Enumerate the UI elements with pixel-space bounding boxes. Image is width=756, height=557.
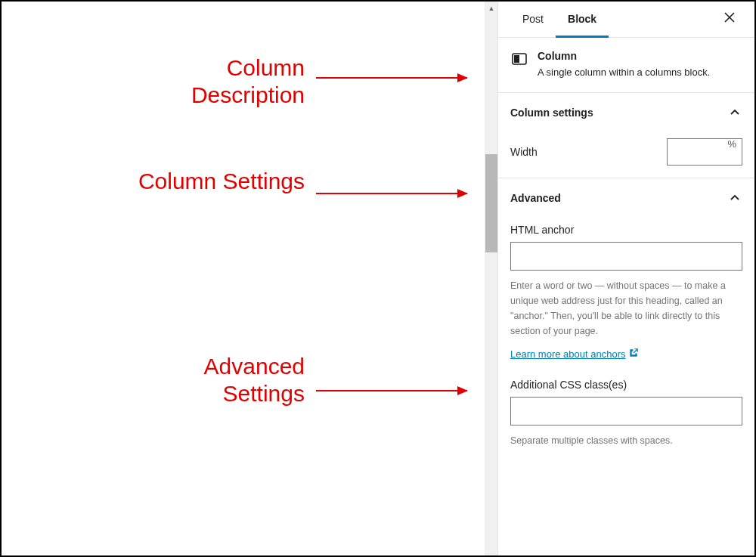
html-anchor-input[interactable]	[510, 242, 742, 271]
scroll-track[interactable]	[485, 14, 497, 555]
advanced-panel: Advanced HTML anchor Enter a word or two…	[498, 178, 754, 460]
block-title: Column	[538, 50, 710, 62]
annotation-column-description: Column Description	[134, 54, 305, 109]
external-link-icon	[628, 348, 639, 361]
column-settings-panel: Column settings Width %	[498, 93, 754, 178]
advanced-toggle[interactable]: Advanced	[498, 178, 754, 218]
width-input[interactable]	[667, 138, 742, 166]
additional-css-help: Separate multiple classes with spaces.	[510, 433, 742, 448]
column-settings-toggle[interactable]: Column settings	[498, 93, 754, 132]
annotation-arrow	[316, 193, 467, 194]
svg-rect-1	[514, 55, 519, 63]
tab-block[interactable]: Block	[556, 2, 609, 38]
chevron-up-icon	[727, 105, 742, 120]
block-description: A single column within a columns block.	[538, 65, 710, 80]
additional-css-label: Additional CSS class(es)	[510, 379, 742, 391]
scroll-thumb[interactable]	[485, 154, 497, 252]
annotation-column-settings: Column Settings	[134, 168, 305, 195]
vertical-scrollbar[interactable]: ▲	[485, 2, 497, 555]
sidebar-tabs: Post Block	[498, 2, 754, 38]
html-anchor-help: Enter a word or two — without spaces — t…	[510, 278, 742, 339]
scroll-up-icon[interactable]: ▲	[485, 2, 498, 14]
chevron-up-icon	[727, 190, 742, 206]
link-text: Learn more about anchors	[510, 348, 625, 360]
editor-canvas: Column Description Column Settings Advan…	[2, 2, 485, 555]
html-anchor-label: HTML anchor	[510, 224, 742, 236]
panel-title: Advanced	[510, 192, 561, 204]
annotation-arrow	[316, 390, 467, 391]
tab-post[interactable]: Post	[510, 2, 556, 38]
settings-sidebar: Post Block Column A single column within…	[497, 2, 754, 555]
panel-title: Column settings	[510, 107, 593, 119]
close-icon[interactable]	[717, 5, 742, 34]
block-description-card: Column A single column within a columns …	[498, 38, 754, 93]
annotation-arrow	[316, 77, 467, 79]
column-block-icon	[510, 50, 528, 68]
annotation-advanced-settings: Advanced Settings	[134, 353, 305, 407]
additional-css-input[interactable]	[510, 397, 742, 425]
learn-more-anchors-link[interactable]: Learn more about anchors	[510, 348, 639, 361]
width-label: Width	[510, 146, 538, 158]
